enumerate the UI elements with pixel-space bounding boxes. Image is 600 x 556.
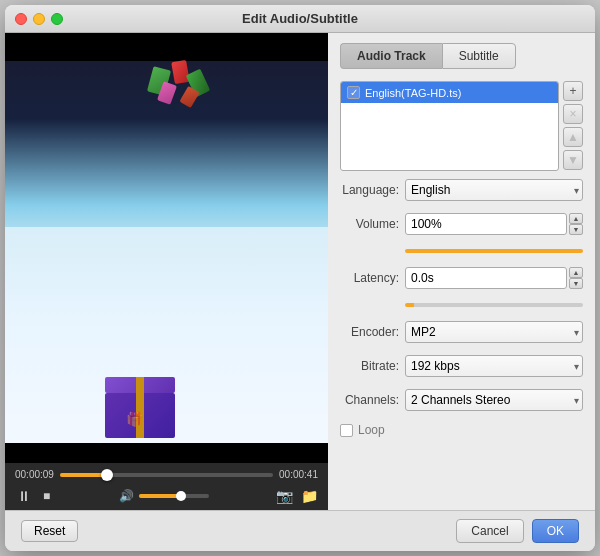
latency-spin-buttons: ▲ ▼ [569, 267, 583, 289]
encoder-label: Encoder: [340, 325, 405, 339]
volume-icon: 🔊 [119, 489, 134, 503]
content-area: 🎁 00:00:09 00:00:41 [5, 33, 595, 510]
stop-button[interactable]: ■ [41, 487, 52, 505]
volume-progress [139, 494, 181, 498]
video-area: 🎁 [5, 33, 328, 463]
minimize-button[interactable] [33, 13, 45, 25]
volume-section: 🔊 [119, 489, 209, 503]
current-time: 00:00:09 [15, 469, 54, 480]
bitrate-select-wrap: 192 kbps ▾ [405, 355, 583, 377]
volume-up-button[interactable]: ▲ [569, 213, 583, 224]
latency-slider-track[interactable] [405, 303, 583, 307]
track-list-container: ✓ English(TAG-HD.ts) + × ▲ ▼ [340, 81, 583, 171]
track-list-buttons: + × ▲ ▼ [563, 81, 583, 171]
bitrate-label: Bitrate: [340, 359, 405, 373]
bitrate-select[interactable]: 192 kbps [405, 355, 583, 377]
screenshot-button[interactable]: 📷 [276, 488, 293, 504]
volume-input[interactable] [405, 213, 567, 235]
bottom-action-buttons: Cancel OK [456, 519, 579, 543]
channels-select[interactable]: 2 Channels Stereo [405, 389, 583, 411]
encoder-row: Encoder: MP2 ▾ [340, 321, 583, 343]
volume-row: Volume: ▲ ▼ [340, 213, 583, 235]
window-bottom: Reset Cancel OK [5, 510, 595, 551]
latency-row: Latency: ▲ ▼ [340, 267, 583, 289]
total-time: 00:00:41 [279, 469, 318, 480]
pause-button[interactable]: ⏸ [15, 486, 33, 506]
volume-down-button[interactable]: ▼ [569, 224, 583, 235]
loop-label: Loop [358, 423, 385, 437]
latency-input[interactable] [405, 267, 567, 289]
language-select[interactable]: English [405, 179, 583, 201]
latency-spinner: ▲ ▼ [405, 267, 583, 289]
language-select-wrap: English ▾ [405, 179, 583, 201]
traffic-lights [15, 13, 63, 25]
channels-select-wrap: 2 Channels Stereo ▾ [405, 389, 583, 411]
volume-spinner: ▲ ▼ [405, 213, 583, 235]
latency-label: Latency: [340, 271, 405, 285]
remove-track-button[interactable]: × [563, 104, 583, 124]
ok-button[interactable]: OK [532, 519, 579, 543]
seek-bar[interactable] [60, 473, 273, 477]
track-name: English(TAG-HD.ts) [365, 87, 461, 99]
channels-label: Channels: [340, 393, 405, 407]
volume-spin-buttons: ▲ ▼ [569, 213, 583, 235]
seek-bar-container: 00:00:09 00:00:41 [15, 469, 318, 480]
encoder-select[interactable]: MP2 [405, 321, 583, 343]
tab-subtitle[interactable]: Subtitle [442, 43, 516, 69]
volume-slider[interactable] [139, 494, 209, 498]
reset-button[interactable]: Reset [21, 520, 78, 542]
black-bar-bottom [5, 443, 328, 463]
right-panel: Audio Track Subtitle ✓ English(TAG-HD.ts… [328, 33, 595, 510]
volume-thumb[interactable] [176, 491, 186, 501]
main-window: Edit Audio/Subtitle [5, 5, 595, 551]
video-thumbnail: 🎁 [5, 33, 328, 463]
maximize-button[interactable] [51, 13, 63, 25]
playback-controls: ⏸ ■ [15, 486, 52, 506]
track-checkbox[interactable]: ✓ [347, 86, 360, 99]
close-button[interactable] [15, 13, 27, 25]
volume-slider-row [340, 247, 583, 259]
tab-row: Audio Track Subtitle [340, 43, 583, 69]
add-track-button[interactable]: + [563, 81, 583, 101]
track-list: ✓ English(TAG-HD.ts) [340, 81, 559, 171]
loop-checkbox[interactable] [340, 424, 353, 437]
language-label: Language: [340, 183, 405, 197]
move-down-button[interactable]: ▼ [563, 150, 583, 170]
seek-progress [60, 473, 107, 477]
folder-button[interactable]: 📁 [301, 488, 318, 504]
controls-row: ⏸ ■ 🔊 📷 📁 [15, 486, 318, 506]
media-buttons: 📷 📁 [276, 488, 318, 504]
gift-box: 🎁 [105, 377, 175, 438]
track-item[interactable]: ✓ English(TAG-HD.ts) [341, 82, 558, 103]
latency-up-button[interactable]: ▲ [569, 267, 583, 278]
language-row: Language: English ▾ [340, 179, 583, 201]
checkmark-icon: ✓ [350, 87, 358, 98]
bitrate-row: Bitrate: 192 kbps ▾ [340, 355, 583, 377]
video-controls: 00:00:09 00:00:41 ⏸ ■ 🔊 [5, 463, 328, 510]
latency-slider-row [340, 301, 583, 313]
volume-label: Volume: [340, 217, 405, 231]
titlebar: Edit Audio/Subtitle [5, 5, 595, 33]
move-up-button[interactable]: ▲ [563, 127, 583, 147]
encoder-select-wrap: MP2 ▾ [405, 321, 583, 343]
latency-down-button[interactable]: ▼ [569, 278, 583, 289]
gem-scene: 🎁 [5, 33, 328, 463]
seek-thumb[interactable] [101, 469, 113, 481]
volume-slider-track[interactable] [405, 249, 583, 253]
video-panel: 🎁 00:00:09 00:00:41 [5, 33, 328, 510]
cancel-button[interactable]: Cancel [456, 519, 523, 543]
channels-row: Channels: 2 Channels Stereo ▾ [340, 389, 583, 411]
tab-audio-track[interactable]: Audio Track [340, 43, 442, 69]
window-title: Edit Audio/Subtitle [242, 11, 358, 26]
loop-row: Loop [340, 423, 583, 437]
